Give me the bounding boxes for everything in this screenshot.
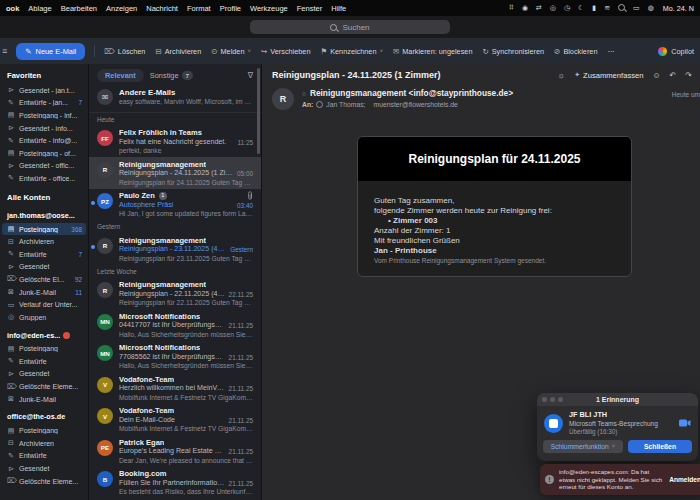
sidebar-item-gesendet-jan.t...[interactable]: ⊳Gesendet - jan.t... — [2, 84, 86, 97]
appearance-icon[interactable]: ☼ — [558, 71, 565, 80]
sidebar-item-entwürfe[interactable]: ✎Entwürfe — [2, 355, 86, 368]
account-info@eden-es...[interactable]: info@eden-es... — [0, 324, 88, 343]
move-button[interactable]: ↪Verschieben — [261, 47, 310, 56]
siri-icon[interactable]: ◍ — [648, 4, 654, 12]
battery-icon[interactable]: ▮ — [592, 4, 596, 12]
join-video-icon[interactable] — [679, 419, 691, 427]
menubar-item-hilfe[interactable]: Hilfe — [331, 4, 346, 13]
message-row[interactable]: RReinigungsmanagementReinigungsplan - 22… — [89, 278, 261, 310]
report-button[interactable]: ⊙Melden˅ — [211, 47, 251, 56]
reminder-item[interactable]: JF BLI JTH Microsoft Teams-Besprechung Ü… — [537, 406, 698, 440]
menubar-item-fenster[interactable]: Fenster — [297, 4, 322, 13]
sidebar-item-junk-e-mail[interactable]: ⊠Junk-E-Mail11 — [2, 286, 86, 299]
app-menu[interactable]: ook — [6, 4, 19, 13]
archive-icon: ⊟ — [7, 439, 15, 447]
menubar-item-werkzeuge[interactable]: Werkzeuge — [250, 4, 288, 13]
delete-button[interactable]: ⌦Löschen — [104, 47, 145, 56]
sidebar-item-gelöschte-eleme...[interactable]: ⌦Gelöschte Eleme... — [2, 475, 86, 488]
sidebar-toggle-icon[interactable]: ≡ — [2, 46, 7, 56]
moon-icon[interactable]: ☾ — [578, 4, 584, 12]
inbox-icon: ▤ — [7, 111, 15, 119]
message-row[interactable]: PEPatrick EganEurope's Leading Real Esta… — [89, 435, 261, 467]
archive-icon: ⊟ — [7, 238, 15, 246]
message-row[interactable]: PZPaulo Zen1Autosphere Präsi03:40Hi Jan,… — [89, 189, 261, 221]
recipient-1[interactable]: Jan Thomas; — [326, 101, 365, 108]
unread-circle-icon[interactable]: ○ — [302, 90, 306, 97]
sidebar-item-posteingang-inf...[interactable]: ▤Posteingang - inf... — [2, 109, 86, 122]
message-row[interactable]: BBooking.comFüllen Sie Ihr Partnerinform… — [89, 467, 261, 499]
sync-button[interactable]: ↻Synchronisieren — [482, 47, 544, 56]
message-row[interactable]: VVodafone-TeamHerzlich willkommen bei Me… — [89, 372, 261, 404]
display-icon[interactable]: ▭ — [633, 4, 640, 12]
sidebar-item-gelöschte-el...[interactable]: ⌦Gelöschte El...92 — [2, 273, 86, 286]
sidebar-item-gruppen[interactable]: ◎Gruppen — [2, 311, 86, 324]
menubar-item-ablage[interactable]: Ablage — [28, 4, 51, 13]
sidebar-item-gesendet-info...[interactable]: ⊳Gesendet - info... — [2, 122, 86, 135]
chevron-down-icon: ˅ — [247, 48, 251, 54]
more-button[interactable]: ⋯ — [607, 47, 614, 56]
menubar-item-anzeigen[interactable]: Anzeigen — [106, 4, 137, 13]
message-row[interactable]: RReinigungsmanagementReinigungsplan - 23… — [89, 233, 261, 265]
list-scrollbar[interactable] — [257, 68, 260, 154]
account-jan.thomas@oose...[interactable]: jan.thomas@oose... — [0, 204, 88, 223]
account-office@the-os.de[interactable]: office@the-os.de — [0, 405, 88, 424]
menubar-item-bearbeiten[interactable]: Bearbeiten — [61, 4, 97, 13]
menubar-item-format[interactable]: Format — [187, 4, 211, 13]
reply-icon[interactable]: ↶ — [670, 71, 677, 80]
tab-sonstige[interactable]: Sonstige 7 — [150, 71, 193, 80]
dismiss-button[interactable]: Schließen — [628, 440, 692, 453]
tab-relevant[interactable]: Relevant — [97, 69, 144, 82]
other-mails-row[interactable]: ✉ Andere E-Mails easy software, Marvin W… — [89, 84, 261, 113]
menubar-item-profile[interactable]: Profile — [220, 4, 241, 13]
sync-icon[interactable]: ⇄ — [536, 4, 542, 12]
sidebar-item-posteingang-of...[interactable]: ▤Posteingang - of... — [2, 147, 86, 160]
emoji-reaction-icon[interactable]: ☺ — [652, 71, 660, 80]
recipient-2[interactable]: muenster@flowershotels.de — [374, 101, 458, 108]
new-mail-button[interactable]: ✎ Neue E-Mail — [16, 43, 85, 60]
sidebar-item-entwürfe[interactable]: ✎Entwürfe — [2, 450, 86, 463]
archive-button[interactable]: ⊟Archivieren — [155, 47, 201, 56]
search-icon[interactable] — [618, 4, 625, 12]
sidebar-item-verlauf-der-unter...[interactable]: ▭Verlauf der Unter... — [2, 298, 86, 311]
copilot-button[interactable]: Copilot — [658, 47, 694, 56]
sidebar-item-entwürfe[interactable]: ✎Entwürfe7 — [2, 248, 86, 261]
sidebar-item-gesendet[interactable]: ⊳Gesendet — [2, 261, 86, 274]
camera-icon[interactable]: ◉ — [522, 4, 528, 12]
filter-icon[interactable]: ∇ — [248, 71, 253, 80]
mark-unread-button[interactable]: ✉Markieren: ungelesen — [393, 47, 472, 56]
message-row[interactable]: RReinigungsmanagementReinigungsplan - 24… — [89, 157, 261, 189]
sign-in-button[interactable]: Anmelden — [669, 476, 700, 483]
menubar-item-nachricht[interactable]: Nachricht — [146, 4, 178, 13]
sidebar-item-gesendet-offic...[interactable]: ⊳Gesendet - offic... — [2, 160, 86, 173]
summarize-button[interactable]: ✦ Zusammenfassen — [574, 71, 643, 80]
sidebar-item-gesendet[interactable]: ⊳Gesendet — [2, 368, 86, 381]
sender-name[interactable]: Reinigungsmanagement <info@stayprinthous… — [310, 88, 513, 98]
block-button[interactable]: ⊘Blockieren — [554, 47, 597, 56]
search-input[interactable]: Suchen — [250, 20, 450, 34]
reminder-titlebar[interactable]: 1 Erinnerung — [537, 393, 698, 406]
sidebar-item-junk-e-mail[interactable]: ⊠Junk-E-Mail — [2, 393, 86, 406]
account-error-toast[interactable]: ! info@eden-escapes.com: Da hat etwas ni… — [540, 464, 700, 495]
sidebar-item-entwürfe-info@...[interactable]: ✎Entwürfe - info@... — [2, 134, 86, 147]
snooze-button[interactable]: Schlummerfunktion ˅ — [543, 440, 623, 453]
wifi-icon[interactable]: ≋ — [604, 4, 610, 12]
message-row[interactable]: FFFelix Fröhlich in TeamsFelix hat eine … — [89, 126, 261, 158]
sidebar-item-gesendet[interactable]: ⊳Gesendet — [2, 462, 86, 475]
message-row[interactable]: MNMicrosoft Notifications04417707 ist Ih… — [89, 309, 261, 341]
screen-mirroring-icon[interactable]: ◎ — [550, 4, 556, 12]
forward-icon[interactable]: ↷ — [685, 71, 692, 80]
sidebar-item-posteingang[interactable]: ▤Posteingang — [2, 424, 86, 437]
app-grid-icon[interactable]: ⠿ — [509, 4, 514, 12]
sidebar-item-posteingang[interactable]: ▤Posteingang368 — [2, 223, 86, 236]
menubar-clock[interactable]: Mo. 24. N — [663, 4, 694, 13]
sidebar-item-gelöschte-eleme...[interactable]: ⌦Gelöschte Eleme... — [2, 380, 86, 393]
sidebar-item-entwürfe-jan...[interactable]: ✎Entwürfe - jan...7 — [2, 97, 86, 110]
flag-button[interactable]: ⚑Kennzeichnen˅ — [320, 47, 383, 56]
clock-icon[interactable]: ◷ — [564, 4, 570, 12]
message-row[interactable]: MNMicrosoft Notifications77085562 ist Ih… — [89, 341, 261, 373]
sidebar-item-posteingang[interactable]: ▤Posteingang — [2, 343, 86, 356]
message-row[interactable]: VVodafone-TeamDein E-Mail-Code21.11.25Mo… — [89, 404, 261, 436]
sidebar-item-archivieren[interactable]: ⊟Archivieren — [2, 235, 86, 248]
sidebar-item-entwürfe-office...[interactable]: ✎Entwürfe - office... — [2, 172, 86, 185]
sidebar-item-archivieren[interactable]: ⊟Archivieren — [2, 437, 86, 450]
